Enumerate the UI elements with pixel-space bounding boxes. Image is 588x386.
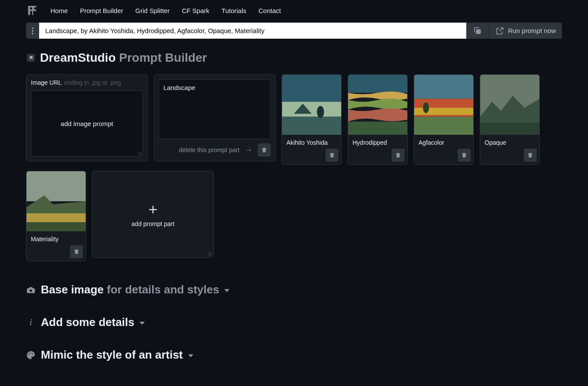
svg-rect-10: [348, 122, 407, 135]
thumb-image: [348, 75, 407, 135]
prompt-cards: Image URL ending in .jpg or .png add ima…: [26, 74, 562, 261]
thumb-label: Opaque: [480, 135, 539, 149]
nav-cf-spark[interactable]: CF Spark: [182, 7, 209, 14]
section-add-details[interactable]: i Add some details: [26, 316, 562, 329]
chevron-down-icon: [140, 322, 145, 325]
thumb-image: [282, 75, 341, 135]
svg-point-2: [32, 33, 33, 34]
title-sub: Prompt Builder: [119, 51, 207, 64]
resize-handle-icon: [208, 252, 212, 256]
delete-thumb-button[interactable]: [524, 149, 537, 162]
page-title: DreamStudio Prompt Builder: [26, 51, 562, 65]
kebab-menu-button[interactable]: [26, 23, 39, 39]
section-base-image[interactable]: Base image for details and styles: [26, 283, 562, 296]
thumb-image: [414, 75, 473, 135]
image-url-label: Image URL: [31, 79, 62, 86]
svg-rect-18: [27, 171, 86, 201]
run-prompt-button[interactable]: Run prompt now: [488, 23, 562, 39]
camera-icon: [26, 285, 36, 295]
open-link-icon[interactable]: [26, 53, 36, 63]
svg-rect-7: [282, 117, 341, 135]
info-icon: i: [26, 317, 36, 327]
add-image-prompt-button[interactable]: add image prompt: [31, 90, 143, 156]
chevron-down-icon: [188, 354, 193, 357]
nav-home[interactable]: Home: [50, 7, 68, 14]
thumb-image: [480, 75, 539, 135]
delete-thumb-button[interactable]: [70, 245, 83, 258]
delete-text-prompt-button[interactable]: [258, 143, 271, 156]
logo: [26, 4, 38, 17]
svg-rect-14: [414, 117, 473, 135]
text-prompt-card: delete this prompt part →: [154, 74, 276, 161]
svg-rect-3: [476, 29, 481, 34]
thumb-card: Agfacolor: [414, 74, 474, 165]
title-main: DreamStudio: [40, 51, 116, 64]
nav-prompt-builder[interactable]: Prompt Builder: [80, 7, 123, 14]
thumb-label: Hydrodipped: [348, 135, 407, 149]
svg-rect-6: [282, 102, 341, 117]
image-url-card: Image URL ending in .jpg or .png add ima…: [26, 74, 148, 161]
delete-thumb-button[interactable]: [392, 149, 405, 162]
delete-thumb-button[interactable]: [458, 149, 471, 162]
palette-icon: [26, 350, 36, 360]
svg-rect-9: [348, 75, 407, 93]
thumb-card: Akihito Yoshida: [282, 74, 342, 165]
delete-prompt-hint: delete this prompt part: [179, 146, 239, 153]
thumb-image: [27, 171, 86, 231]
image-url-placeholder: ending in .jpg or .png: [64, 79, 121, 86]
copy-icon: [473, 26, 482, 36]
add-prompt-part-button[interactable]: ＋ add prompt part: [92, 171, 214, 258]
svg-rect-19: [27, 213, 86, 223]
svg-point-1: [32, 30, 33, 31]
nav-contact[interactable]: Contact: [259, 7, 281, 14]
thumb-card: Hydrodipped: [348, 74, 408, 165]
svg-point-23: [30, 353, 31, 353]
svg-rect-20: [27, 222, 86, 231]
external-link-icon: [495, 26, 505, 36]
delete-thumb-button[interactable]: [326, 149, 339, 162]
text-prompt-input[interactable]: [159, 79, 271, 139]
thumb-card: Materiality: [26, 171, 86, 261]
chevron-down-icon: [224, 289, 229, 292]
thumb-label: Materiality: [27, 231, 86, 245]
section-artist-style[interactable]: Mimic the style of an artist: [26, 348, 562, 362]
thumb-label: Akihito Yoshida: [282, 135, 341, 149]
nav-tutorials[interactable]: Tutorials: [222, 7, 246, 14]
plus-icon: ＋: [146, 201, 160, 216]
nav-grid-splitter[interactable]: Grid Splitter: [135, 7, 169, 14]
resize-handle-icon: [138, 152, 142, 155]
svg-point-21: [30, 290, 32, 292]
svg-point-0: [32, 27, 33, 29]
svg-rect-11: [414, 75, 473, 99]
run-prompt-label: Run prompt now: [508, 27, 556, 34]
thumb-card: Opaque: [480, 74, 540, 165]
svg-point-15: [423, 102, 429, 113]
svg-rect-5: [282, 75, 341, 102]
arrow-right-icon: →: [245, 146, 252, 155]
thumb-label: Agfacolor: [414, 135, 473, 149]
top-nav: Home Prompt Builder Grid Splitter CF Spa…: [0, 0, 588, 21]
prompt-input[interactable]: [39, 23, 466, 39]
svg-point-8: [317, 106, 324, 118]
svg-rect-13: [414, 108, 473, 115]
svg-point-22: [28, 353, 29, 354]
prompt-bar: Run prompt now: [0, 21, 588, 45]
svg-point-24: [32, 353, 33, 354]
add-prompt-label: add prompt part: [132, 220, 175, 227]
copy-button[interactable]: [466, 23, 488, 39]
svg-rect-17: [480, 123, 539, 135]
